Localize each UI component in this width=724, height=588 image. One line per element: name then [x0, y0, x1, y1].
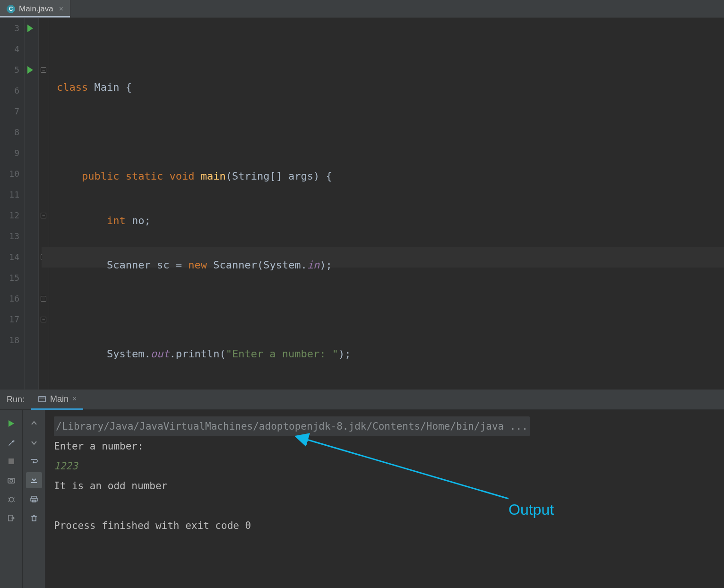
svg-rect-0 [39, 397, 45, 402]
run-class-icon[interactable] [27, 25, 33, 32]
editor-tab-bar: C Main.java × [0, 0, 724, 18]
code-area[interactable]: class Main { public static void main(Str… [49, 18, 724, 389]
run-gutter [25, 18, 39, 389]
editor-tab-label: Main.java [19, 4, 53, 14]
console-result: It is an odd number [54, 476, 715, 496]
code-editor[interactable]: 3 4 5 6 7 8 9 10 11 12 13 14 15 16 17 18… [0, 18, 724, 389]
fold-toggle-icon[interactable]: − [41, 296, 46, 302]
run-main-icon[interactable] [27, 66, 33, 74]
line-number-gutter: 3 4 5 6 7 8 9 10 11 12 13 14 15 16 17 18 [0, 18, 25, 389]
exit-icon[interactable] [3, 510, 19, 526]
run-tab-label: Main [50, 394, 69, 404]
fold-toggle-icon[interactable]: − [41, 213, 46, 218]
svg-line-9 [8, 501, 9, 502]
svg-line-8 [13, 498, 15, 499]
fold-gutter: − − − − − [39, 18, 49, 389]
camera-icon[interactable] [3, 472, 19, 488]
svg-marker-2 [9, 420, 14, 427]
run-left-toolbar [0, 410, 23, 588]
up-arrow-icon[interactable] [26, 415, 42, 432]
fold-toggle-icon[interactable]: − [41, 67, 46, 73]
console-exit: Process finished with exit code 0 [54, 516, 715, 536]
console-prompt: Enter a number: [54, 436, 715, 456]
run-panel-title: Run: [0, 395, 31, 405]
scroll-to-end-icon[interactable] [26, 472, 42, 488]
trash-icon[interactable] [26, 510, 42, 526]
fold-toggle-icon[interactable]: − [41, 317, 46, 322]
svg-line-10 [13, 501, 15, 502]
console-stdin: 1223 [54, 456, 715, 476]
svg-rect-16 [32, 516, 36, 521]
run-config-tab[interactable]: Main × [31, 390, 83, 410]
svg-rect-3 [9, 458, 14, 464]
svg-point-5 [10, 479, 13, 482]
svg-point-6 [9, 497, 13, 502]
down-arrow-icon[interactable] [26, 434, 42, 450]
editor-tab-main[interactable]: C Main.java × [0, 0, 70, 17]
svg-line-7 [8, 498, 9, 499]
wrench-icon[interactable] [3, 434, 19, 450]
rerun-icon[interactable] [3, 415, 19, 432]
run-header: Run: Main × [0, 390, 724, 410]
close-icon[interactable]: × [72, 395, 77, 403]
svg-rect-14 [31, 498, 37, 501]
stop-icon[interactable] [3, 453, 19, 469]
console-output[interactable]: /Library/Java/JavaVirtualMachines/adopto… [45, 410, 724, 588]
soft-wrap-icon[interactable] [26, 453, 42, 469]
bug-icon[interactable] [3, 491, 19, 507]
print-icon[interactable] [26, 491, 42, 507]
java-class-icon: C [7, 5, 15, 13]
run-right-toolbar [23, 410, 45, 588]
run-tool-window: Run: Main × [0, 389, 724, 588]
close-icon[interactable]: × [59, 5, 63, 13]
command-line: /Library/Java/JavaVirtualMachines/adopto… [54, 416, 530, 436]
run-window-icon [38, 395, 46, 403]
